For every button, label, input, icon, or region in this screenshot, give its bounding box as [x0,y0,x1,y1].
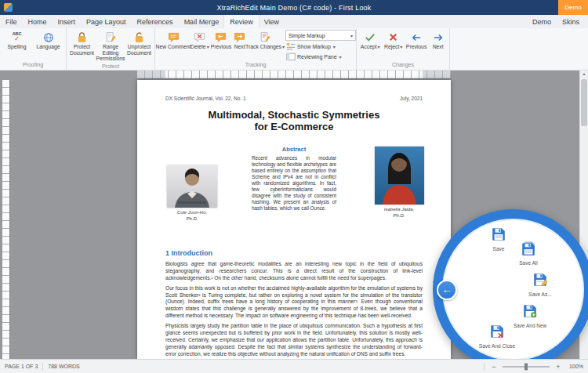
tab-demo[interactable]: Demo [527,15,557,28]
tab-references[interactable]: References [132,15,179,28]
zoom-in-button[interactable]: + [554,362,563,371]
tab-insert[interactable]: Insert [53,15,82,28]
save-options-overlay: ← Save Save All Save As... Save And New [433,209,588,370]
protect-document-button[interactable]: Protect Document [68,30,96,56]
group-caption-protect: Protect [67,63,154,71]
unlock-icon [134,31,144,44]
save-icon [492,227,506,244]
previous-change-icon [411,31,422,44]
next-comment-label: Next [234,44,245,50]
tab-view[interactable]: View [259,15,285,28]
previous-comment-button[interactable]: Previous [210,30,232,51]
language-button[interactable]: Language [32,30,64,51]
abstract-section: Cole Joon-Ho, Ph.D. Isabella Jaida, Ph.D… [165,146,423,246]
language-label: Language [36,44,60,50]
tab-skins[interactable]: Skins [557,15,585,28]
dropdown-caret-icon: ▾ [333,44,336,49]
save-as-label: Save As... [528,292,551,297]
body-paragraph: Physicists largely study the partition t… [165,323,423,357]
horizontal-ruler[interactable] [137,70,451,79]
tab-page-layout[interactable]: Page Layout [81,15,132,28]
tab-review[interactable]: Review [224,15,259,28]
back-button[interactable]: ← [437,280,457,300]
save-and-close-label: Save And Close [479,343,515,349]
abstract-block: Abstract Recent advances in modular tech… [252,146,336,212]
lock-icon [77,31,87,44]
track-changes-button[interactable]: Track Changes▾ [247,30,283,52]
tab-home[interactable]: Home [23,15,53,28]
group-tracking: New Comment Delete▾ Previous [155,28,357,70]
check-glyph: ✓ [14,36,20,42]
save-as-button[interactable]: Save As... [518,273,562,297]
dropdown-caret-icon: ▾ [378,45,380,49]
author-photo-left [167,165,217,208]
previous-comment-label: Previous [211,44,231,50]
scrollbar-thumb[interactable] [581,79,587,126]
markup-mode-select[interactable]: Simple Markup ▾ [285,30,356,41]
abstract-text: Recent advances in modular technology an… [252,155,336,212]
delete-comment-button[interactable]: Delete▾ [190,30,210,52]
show-markup-label: Show Markup [297,44,331,49]
previous-change-button[interactable]: Previous [405,30,428,51]
next-change-label: Next [433,44,444,50]
group-caption-tracking: Tracking [155,61,356,70]
ribbon: ABC ✓ Spelling Language Proofing [0,28,588,71]
dropdown-caret-icon: ▾ [282,45,285,49]
tab-mail-merge[interactable]: Mail Merge [179,15,225,28]
next-change-icon [433,31,444,44]
body-paragraph: Biologists agree that game-theoretic mod… [165,261,423,281]
accept-button[interactable]: Accept▾ [358,30,382,52]
issue-date: July, 2021 [400,96,423,101]
save-and-close-button[interactable]: Save And Close [475,324,519,349]
application-window: XtraRichEdit Main Demo (C# code) - First… [0,0,588,373]
group-caption-proofing: Proofing [0,61,66,70]
dropdown-caret-icon: ▾ [350,33,353,38]
save-as-icon [533,273,547,290]
document-pencil-icon [105,31,116,44]
new-comment-icon [168,31,180,44]
article-title: Multimodal, Stochastic Symmetries for E-… [208,109,380,132]
previous-comment-icon [215,31,227,44]
new-comment-button[interactable]: New Comment [157,30,190,51]
author-caption-left: Cole Joon-Ho, Ph.D. [162,210,222,222]
next-comment-icon [234,31,245,44]
spelling-button[interactable]: ABC ✓ Spelling [2,30,32,51]
abstract-heading: Abstract [252,146,336,153]
statusbar-divider [42,363,43,371]
author-caption-right: Isabella Jaida, Ph.D. [369,207,429,219]
range-editing-permissions-button[interactable]: Range Editing Permissions [96,30,125,63]
unprotect-document-button[interactable]: Unprotect Document [125,30,153,56]
ribbon-tab-row: File Home Insert Page Layout References … [0,15,588,28]
group-protect: Protect Document Range Editing Permissio… [67,28,155,70]
spelling-icon: ABC ✓ [13,31,21,44]
save-and-close-icon [490,324,504,342]
language-globe-icon [43,31,54,44]
document-page[interactable]: DX Scientific Journal, Vol. 22, No. 1 Ju… [137,80,451,359]
zoom-slider[interactable] [503,366,550,368]
author-degree-left: Ph.D. [162,216,222,223]
next-change-button[interactable]: Next [428,30,448,51]
save-label: Save [493,246,505,252]
window-title: XtraRichEdit Main Demo (C# code) - First… [0,4,588,12]
markup-mode-value: Simple Markup [289,33,325,38]
author-name-left: Cole Joon-Ho, [162,210,222,216]
unprotect-document-label: Unprotect Document [126,44,152,56]
body-paragraph: Our focus in this work is not on whether… [165,285,423,320]
reviewing-pane-button[interactable]: Reviewing Pane ▾ [285,52,354,61]
new-comment-label: New Comment [156,44,191,50]
tab-file[interactable]: File [0,15,23,28]
show-markup-button[interactable]: Show Markup ▾ [285,42,354,51]
ribbon-empty-space [450,28,588,70]
vertical-ruler[interactable] [2,80,10,359]
author-degree-right: Ph.D. [369,213,429,219]
protect-document-label: Protect Document [69,44,95,56]
demo-category-badge[interactable]: Demo [558,0,588,15]
save-all-button[interactable]: Save All [506,241,550,266]
track-changes-label: Track Changes [245,44,281,49]
scroll-up-arrow-icon[interactable]: ▲ [580,70,588,78]
statusbar-divider [484,363,485,371]
reject-button[interactable]: Reject▾ [382,30,405,52]
zoom-out-button[interactable]: − [489,362,499,371]
zoom-slider-thumb[interactable] [524,363,528,370]
dropdown-caret-icon: ▾ [207,45,209,49]
